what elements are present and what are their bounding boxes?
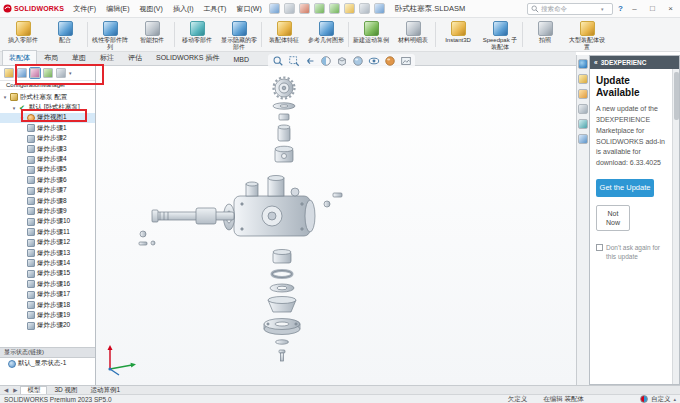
tab-layout[interactable]: 布局 [37,50,65,65]
save-icon[interactable] [284,3,295,14]
hide-show-items-icon[interactable] [367,55,380,68]
ribbon-button-instant3d[interactable]: Instant3D [437,19,479,50]
tree-item-explode-step[interactable]: 爆炸步骤14 [0,258,95,268]
close-button[interactable]: × [664,4,677,13]
dimxpert-manager-tab-icon[interactable] [43,68,53,78]
file-explorer-tab-icon[interactable] [578,89,588,99]
tab-3d-views[interactable]: 3D 视图 [48,386,83,394]
expand-icon[interactable]: ▾ [2,94,8,100]
display-manager-tab-icon[interactable] [56,68,66,78]
tree-item-explode-step[interactable]: 爆炸步骤20 [0,321,95,331]
ribbon-button-insert-component[interactable]: 插入零部件 [2,19,44,50]
tab-scroll-left-icon[interactable]: ◀ [2,387,10,393]
tab-evaluate[interactable]: 评估 [121,50,149,65]
manager-tabs-dropdown-icon[interactable]: ▾ [69,70,72,76]
tree-item-explode-step[interactable]: 爆炸步骤7 [0,186,95,196]
tab-model[interactable]: 模型 [20,386,47,394]
custom-properties-tab-icon[interactable] [578,134,588,144]
not-now-button[interactable]: Not Now [596,205,630,231]
tree-item-explode-step[interactable]: 爆炸步骤8 [0,196,95,206]
tab-addins[interactable]: SOLIDWORKS 插件 [149,50,226,65]
search-dropdown-icon[interactable]: ▾ [601,6,604,12]
tree-item-explode-step[interactable]: 爆炸步骤18 [0,300,95,310]
menu-file[interactable]: 文件(F) [70,2,99,16]
ribbon-button-mate[interactable]: 配合 [44,19,86,50]
tree-item-explode-step[interactable]: 爆炸步骤3 [0,144,95,154]
search-input[interactable] [541,5,599,12]
menu-edit[interactable]: 编辑(E) [103,2,132,16]
marketplace-tab-icon[interactable] [578,59,588,69]
tree-item-explode-step[interactable]: 爆炸步骤19 [0,310,95,320]
options-icon[interactable] [359,3,370,14]
tree-item-explode-step[interactable]: 爆炸步骤13 [0,248,95,258]
tree-item-root[interactable]: ▾ 卧式柱塞泵 配置 [0,92,95,102]
view-palette-tab-icon[interactable] [578,104,588,114]
ribbon-button-assembly-features[interactable]: 装配体特征 [263,19,305,50]
ribbon-button-large-assembly[interactable]: 大型装配体设置 [566,19,608,50]
tree-item-default-config[interactable]: ▾ ✔ 默认 [卧式柱塞泵] [0,102,95,112]
collapse-pane-icon[interactable]: « [594,59,598,66]
tab-scroll-right-icon[interactable]: ▶ [11,387,19,393]
view-orientation-icon[interactable] [335,55,348,68]
tree-item-explode-step[interactable]: 爆炸步骤12 [0,237,95,247]
ribbon-button-speedpak[interactable]: Speedpak 子装配体 [479,19,521,50]
tree-item-explode-step[interactable]: 爆炸步骤16 [0,279,95,289]
minimize-button[interactable]: – [628,4,641,13]
apply-scene-icon[interactable] [399,55,412,68]
tree-item-exploded-view[interactable]: ▾ 爆炸视图1 [0,113,95,123]
tree-item-explode-step[interactable]: 爆炸步骤6 [0,175,95,185]
tab-motion-study[interactable]: 运动算例1 [85,386,127,394]
customize-control[interactable]: 自定义 ▴ [640,395,676,403]
tree-item-explode-step[interactable]: 爆炸步骤5 [0,165,95,175]
ribbon-button-move-component[interactable]: 移动零部件 [176,19,218,50]
tab-mbd[interactable]: MBD [226,53,256,65]
design-library-tab-icon[interactable] [578,74,588,84]
print-icon[interactable] [299,3,310,14]
edit-appearance-icon[interactable] [383,55,396,68]
feature-manager-tab-icon[interactable] [4,68,14,78]
ribbon-button-bom[interactable]: 材料明细表 [392,19,434,50]
tree-item-explode-step[interactable]: 爆炸步骤2 [0,134,95,144]
expand-icon[interactable]: ▾ [11,105,17,111]
appearances-tab-icon[interactable] [578,119,588,129]
get-update-button[interactable]: Get the Update [596,179,654,197]
ribbon-button-show-hidden[interactable]: 显示隐藏的零部件 [218,19,260,50]
zoom-area-icon[interactable] [287,55,300,68]
menu-tools[interactable]: 工具(T) [200,2,229,16]
tree-item-explode-step[interactable]: 爆炸步骤10 [0,217,95,227]
dont-ask-checkbox[interactable] [596,244,603,251]
tree-item-explode-step[interactable]: 爆炸步骤11 [0,227,95,237]
display-style-icon[interactable] [351,55,364,68]
configuration-manager-tab-icon[interactable] [30,68,40,78]
display-state-item[interactable]: 默认_显示状态-1 [0,358,95,369]
section-view-icon[interactable] [319,55,332,68]
display-states-header[interactable]: 显示状态(链接) [0,347,95,358]
scrollbar-thumb[interactable] [674,72,679,120]
undo-icon[interactable] [314,3,325,14]
ribbon-button-reference-geometry[interactable]: 参考几何图形 [305,19,347,50]
tree-item-explode-step[interactable]: 爆炸步骤9 [0,206,95,216]
redo-icon[interactable] [329,3,340,14]
graphics-viewport[interactable] [96,66,576,385]
ribbon-button-motion-study[interactable]: 新建运动算例 [350,19,392,50]
open-icon[interactable] [269,3,280,14]
tree-item-explode-step[interactable]: 爆炸步骤17 [0,289,95,299]
customize-arrow-icon[interactable]: ▴ [673,396,676,402]
menu-insert[interactable]: 插入(I) [170,2,197,16]
tab-markup[interactable]: 标注 [93,50,121,65]
maximize-button[interactable]: □ [646,4,659,13]
ribbon-button-linear-pattern[interactable]: 线性零部件阵列 [89,19,131,50]
expand-icon[interactable]: ▾ [19,115,25,121]
task-pane-scrollbar[interactable] [672,69,679,384]
file-properties-icon[interactable] [374,3,385,14]
previous-view-icon[interactable] [303,55,316,68]
property-manager-tab-icon[interactable] [17,68,27,78]
zoom-fit-icon[interactable] [271,55,284,68]
tree-item-explode-step[interactable]: 爆炸步骤4 [0,154,95,164]
menu-window[interactable]: 窗口(W) [233,2,264,16]
ribbon-button-snapshot[interactable]: 拍照 [524,19,566,50]
help-icon[interactable]: ? [618,4,623,13]
rebuild-icon[interactable] [344,3,355,14]
tab-assembly[interactable]: 装配体 [2,50,37,65]
tab-sketch[interactable]: 草图 [65,50,93,65]
